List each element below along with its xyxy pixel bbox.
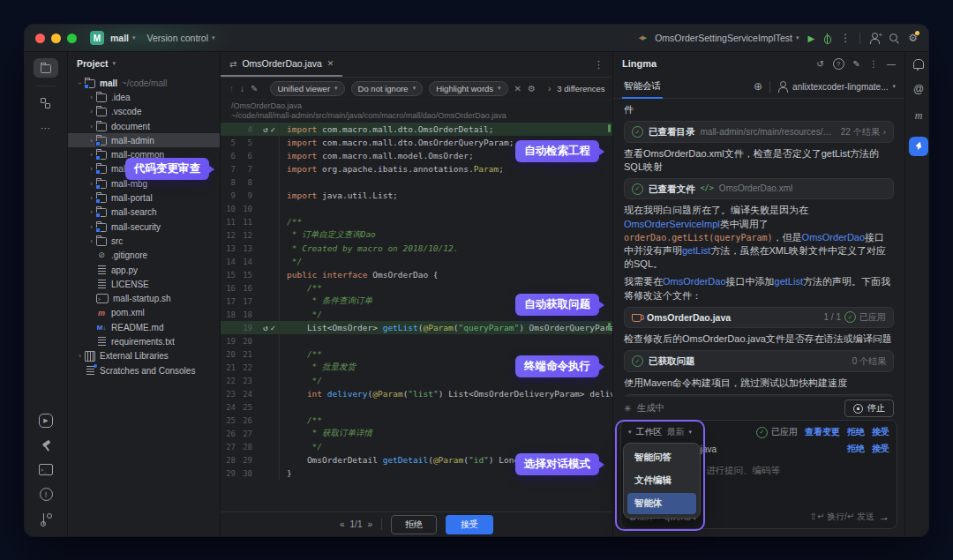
- check-icon[interactable]: ✓: [271, 324, 275, 332]
- add-user-button[interactable]: +: [869, 33, 880, 43]
- code-line[interactable]: 2728 */: [221, 440, 612, 453]
- tree-item[interactable]: ›src: [68, 234, 220, 248]
- reject-button[interactable]: 拒绝: [391, 515, 437, 534]
- account-select[interactable]: anlixtexcoder-lingmate... ▾: [777, 81, 896, 92]
- vcs-menu[interactable]: Version control▾: [147, 33, 215, 43]
- window-minimize-button[interactable]: [51, 34, 61, 43]
- workspace-label[interactable]: 工作区: [636, 426, 663, 438]
- editor-tab[interactable]: ⇄ OmsOrderDao.java ✕: [221, 52, 342, 77]
- code-line[interactable]: 1313 * Created by macro on 2018/10/12.: [221, 242, 612, 255]
- code-line[interactable]: 1414 */: [221, 255, 612, 268]
- history-icon[interactable]: ↺: [816, 59, 823, 69]
- tree-item[interactable]: ›External Libraries: [68, 349, 220, 363]
- code-line[interactable]: 2425: [221, 400, 612, 414]
- tree-item[interactable]: ›mall~/code/mall: [68, 76, 220, 90]
- git-branch-button[interactable]: [43, 513, 53, 525]
- minimize-icon[interactable]: —: [887, 59, 896, 69]
- code-line[interactable]: 88: [221, 175, 612, 189]
- tree-item[interactable]: ›mall-security: [68, 220, 220, 234]
- whitespace-ignore-select[interactable]: Do not ignore▾: [351, 81, 424, 96]
- collapse-icon[interactable]: ✕: [514, 84, 522, 93]
- run-configuration-select[interactable]: OmsOrderSettingServiceImplTest▾: [655, 33, 799, 43]
- search-button[interactable]: [889, 33, 899, 43]
- help-icon[interactable]: ?: [833, 58, 844, 70]
- new-chat-icon[interactable]: ✎: [853, 59, 860, 69]
- chevron-collapsed-icon[interactable]: ›: [86, 108, 96, 116]
- window-close-button[interactable]: [35, 34, 45, 43]
- notifications-icon[interactable]: [913, 59, 924, 69]
- debug-button[interactable]: [823, 34, 831, 43]
- mode-dropdown-item[interactable]: 文件编辑: [627, 470, 696, 491]
- tree-item[interactable]: ›document: [68, 119, 220, 133]
- tree-item[interactable]: ⊘.gitignore: [68, 249, 220, 263]
- chevron-right-icon[interactable]: ›: [548, 84, 551, 93]
- code-line-added[interactable]: 4↺✓import com.macro.mall.dto.OmsOrderDet…: [221, 123, 612, 136]
- code-reference-link[interactable]: getList: [775, 276, 803, 287]
- diff-settings-button[interactable]: ⚙: [528, 84, 536, 93]
- build-tool-button[interactable]: [41, 440, 52, 452]
- next-file-button[interactable]: »: [367, 519, 372, 529]
- send-icon[interactable]: →: [879, 511, 889, 523]
- more-tools-button[interactable]: ⋯: [34, 118, 58, 138]
- project-menu[interactable]: mall▾: [110, 33, 136, 43]
- tool-call-card[interactable]: ✓已查看目录mall-admin/src/main/resources/dao2…: [624, 121, 894, 142]
- prev-file-button[interactable]: «: [340, 519, 345, 529]
- workspace-latest[interactable]: 最新: [667, 426, 685, 438]
- chevron-down-icon[interactable]: ▾: [689, 429, 693, 436]
- code-reference-link[interactable]: getList: [682, 245, 710, 256]
- code-line[interactable]: 1010: [221, 202, 612, 215]
- code-reference-link[interactable]: OmsOrderServiceImpl: [624, 219, 720, 229]
- window-zoom-button[interactable]: [67, 34, 77, 43]
- code-line[interactable]: 2627 * 获取订单详情: [221, 427, 612, 440]
- mentions-icon[interactable]: @: [913, 83, 924, 95]
- chevron-collapsed-icon[interactable]: ›: [75, 352, 85, 360]
- tab-smart-chat[interactable]: 智能会话: [622, 75, 663, 98]
- reject-file-link[interactable]: 拒绝: [847, 443, 865, 455]
- tree-item[interactable]: LICENSE: [68, 277, 220, 291]
- problems-tool-button[interactable]: !: [40, 488, 53, 501]
- code-line[interactable]: 1616 /**: [221, 281, 612, 295]
- run-button[interactable]: ▶: [808, 34, 815, 43]
- settings-button[interactable]: ⚙: [908, 33, 918, 43]
- tree-item[interactable]: mpom.xml: [68, 306, 220, 320]
- accept-file-link[interactable]: 接受: [872, 443, 889, 455]
- edit-icon[interactable]: ✎: [251, 84, 258, 93]
- stop-button[interactable]: 停止: [844, 399, 894, 417]
- tree-item[interactable]: ›mall-portal: [68, 190, 220, 205]
- mode-dropdown-item[interactable]: 智能体: [627, 493, 696, 514]
- mode-dropdown-item[interactable]: 智能问答: [627, 447, 696, 468]
- next-change-button[interactable]: ↓: [240, 84, 244, 93]
- maven-tool-icon[interactable]: m: [915, 109, 923, 123]
- reject-all-link[interactable]: 拒绝: [847, 426, 865, 438]
- code-line[interactable]: 1111/**: [221, 215, 612, 228]
- code-line[interactable]: 2324 int delivery(@Param("list") List<Om…: [221, 387, 612, 400]
- undo-icon[interactable]: ↺: [263, 324, 267, 332]
- code-line[interactable]: 2526 /**: [221, 414, 612, 427]
- chevron-right-icon[interactable]: ›: [883, 126, 886, 138]
- lingma-tool-button[interactable]: [909, 137, 928, 156]
- code-line[interactable]: 1920: [221, 334, 612, 347]
- new-session-button[interactable]: ⊕: [754, 81, 762, 92]
- close-icon[interactable]: ✕: [327, 59, 334, 68]
- chevron-collapsed-icon[interactable]: ›: [86, 123, 96, 131]
- tree-item[interactable]: Scratches and Consoles: [68, 363, 220, 377]
- chevron-collapsed-icon[interactable]: ›: [86, 93, 96, 101]
- code-reference-link[interactable]: OmsOrderDao: [663, 276, 726, 287]
- code-line[interactable]: 1515public interface OmsOrderDao {: [221, 268, 612, 281]
- tree-item[interactable]: app.py: [68, 263, 220, 277]
- tree-item[interactable]: >mall-startup.sh: [68, 291, 220, 305]
- chevron-down-icon[interactable]: ▾: [628, 429, 632, 436]
- view-changes-link[interactable]: 查看变更: [805, 426, 840, 438]
- tree-item[interactable]: ›mall-search: [68, 205, 220, 220]
- tree-item[interactable]: ›.idea: [68, 90, 220, 104]
- code-line[interactable]: 1212 * 订单自定义查询Dao: [221, 228, 612, 242]
- tree-item[interactable]: requirements.txt: [68, 334, 220, 348]
- project-tool-button[interactable]: [34, 58, 58, 78]
- code-line-added[interactable]: 19↺✓ List<OmsOrder> getList(@Param("quer…: [221, 321, 612, 334]
- accept-button[interactable]: 接受: [446, 515, 493, 534]
- accept-all-link[interactable]: 接受: [872, 426, 889, 438]
- file-change-card[interactable]: OmsOrderDao.java1 / 1✓已应用: [624, 307, 894, 328]
- tree-item[interactable]: ›mall-admin: [68, 133, 220, 147]
- tree-item[interactable]: M↓README.md: [68, 320, 220, 334]
- project-panel-header[interactable]: Project ▾: [68, 52, 220, 75]
